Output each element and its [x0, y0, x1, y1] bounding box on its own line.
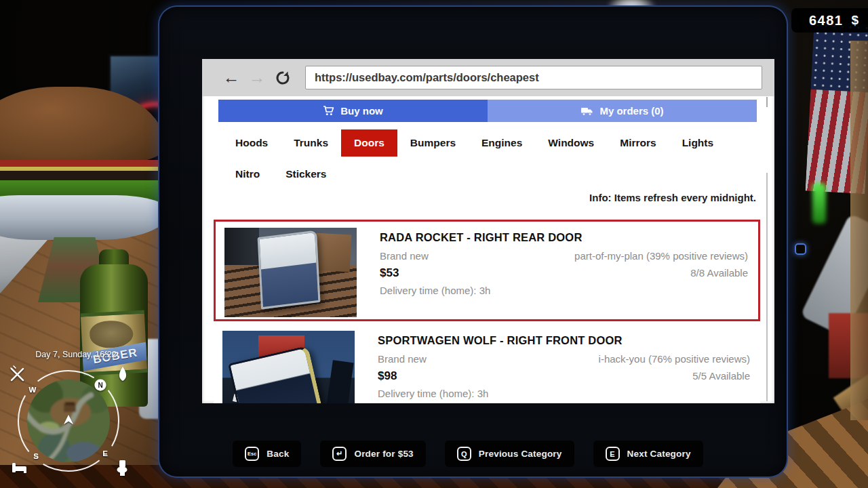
beaver-illustration — [89, 320, 134, 349]
back-arrow-icon[interactable]: ← — [221, 68, 241, 88]
item-availability: 8/8 Available — [690, 267, 748, 279]
item-title: SPORTWAGEN WOLF - RIGHT FRONT DOOR — [378, 334, 750, 347]
scrollbar[interactable] — [766, 97, 768, 107]
cart-icon — [323, 106, 334, 116]
photo-chair — [326, 360, 353, 403]
browser-toolbar: ← → — [202, 59, 774, 96]
item-details: SPORTWAGEN WOLF - RIGHT FRONT DOOR Brand… — [355, 331, 751, 403]
tablet-home-button[interactable] — [795, 243, 806, 255]
hotkey-back[interactable]: Esc Back — [233, 441, 301, 467]
thirst-icon — [119, 367, 126, 381]
tab-hoods[interactable]: Hoods — [222, 129, 281, 157]
item-photo — [224, 228, 357, 317]
item-delivery: Delivery time (home): 3h — [380, 285, 748, 296]
tab-stickers[interactable]: Stickers — [273, 161, 339, 188]
buy-now-label: Buy now — [340, 105, 383, 117]
tab-row-2: Nitro Stickers — [222, 159, 754, 190]
e-key-icon: E — [606, 447, 620, 461]
item-condition: Brand new — [380, 250, 429, 262]
game-datetime: Day 7, Sunday, 16:22 — [35, 350, 116, 359]
hotkey-order[interactable]: ↵ Order for $53 — [320, 441, 425, 467]
hotkey-label: Order for $53 — [354, 449, 413, 459]
item-price: $53 — [380, 266, 399, 280]
tab-mirrors[interactable]: Mirrors — [607, 129, 669, 157]
hotkey-previous-category[interactable]: Q Previous Category — [445, 441, 574, 467]
item-price: $98 — [378, 369, 397, 383]
game-screen: BÓBER ← → — [0, 0, 868, 488]
item-title: RADA ROCKET - RIGHT REAR DOOR — [380, 231, 748, 244]
tab-bumpers[interactable]: Bumpers — [397, 129, 469, 157]
photo-board — [313, 233, 351, 272]
shop-nav: Buy now My orders (0) — [218, 100, 757, 122]
wood-post-prop — [850, 41, 868, 420]
sleep-icon — [12, 463, 26, 473]
buy-now-button[interactable]: Buy now — [218, 100, 488, 122]
url-bar[interactable] — [305, 66, 762, 89]
hotkey-bar: Esc Back ↵ Order for $53 Q Previous Cate… — [233, 441, 703, 467]
money-counter: 6481 $ — [791, 8, 868, 33]
toilet-icon — [117, 460, 127, 476]
burger-prop — [0, 87, 170, 268]
item-availability: 5/5 Available — [692, 370, 750, 382]
tab-nitro[interactable]: Nitro — [222, 161, 273, 188]
esc-key-icon: Esc — [245, 447, 259, 461]
tab-doors[interactable]: Doors — [341, 129, 397, 157]
item-photo — [222, 331, 355, 403]
scrollbar[interactable] — [766, 173, 768, 401]
burger-bun-bottom — [0, 195, 170, 240]
hotkey-label: Back — [267, 449, 289, 459]
hotkey-label: Previous Category — [479, 449, 562, 459]
tab-trunks[interactable]: Trunks — [281, 129, 341, 157]
q-key-icon: Q — [457, 447, 471, 461]
tab-row-1: Hoods Trunks Doors Bumpers Engines Windo… — [222, 127, 754, 159]
my-orders-button[interactable]: My orders (0) — [488, 100, 757, 122]
compass-east: E — [102, 449, 108, 458]
enter-key-icon: ↵ — [332, 447, 347, 461]
tab-windows[interactable]: Windows — [535, 129, 607, 157]
compass-south: S — [33, 452, 39, 460]
dollar-icon: $ — [851, 13, 859, 28]
hunger-icon — [11, 366, 23, 380]
hotkey-next-category[interactable]: E Next Category — [593, 441, 703, 467]
item-listing-rada-rocket[interactable]: RADA ROCKET - RIGHT REAR DOOR Brand new … — [214, 220, 760, 321]
money-value: 6481 — [809, 13, 844, 28]
refresh-info-text: Info: Items refresh every midnight. — [589, 192, 756, 203]
photo-car-door — [257, 230, 320, 309]
photo-car-door — [228, 346, 323, 403]
hotkey-label: Next Category — [627, 449, 691, 459]
browser-screen: ← → Buy now — [202, 59, 774, 403]
compass-north: N — [98, 382, 102, 389]
burger-bun-top — [0, 87, 165, 167]
item-delivery: Delivery time (home): 3h — [378, 388, 750, 399]
green-neon-prop — [812, 183, 826, 224]
my-orders-label: My orders (0) — [599, 105, 663, 117]
compass-west: W — [29, 386, 37, 394]
item-listing-sportwagen-wolf[interactable]: SPORTWAGEN WOLF - RIGHT FRONT DOOR Brand… — [214, 325, 760, 403]
item-seller: part-of-my-plan (39% positive reviews) — [574, 250, 748, 262]
refresh-icon[interactable] — [273, 68, 293, 88]
item-condition: Brand new — [378, 353, 427, 365]
tab-lights[interactable]: Lights — [669, 129, 727, 157]
forward-arrow-icon[interactable]: → — [247, 68, 267, 88]
truck-icon — [580, 106, 593, 116]
tablet-device: ← → Buy now — [158, 5, 788, 478]
category-tabs: Hoods Trunks Doors Bumpers Engines Windo… — [222, 127, 754, 190]
item-details: RADA ROCKET - RIGHT REAR DOOR Brand new … — [357, 228, 749, 313]
tab-engines[interactable]: Engines — [469, 129, 535, 157]
item-seller: i-hack-you (76% positive reviews) — [599, 353, 750, 365]
minimap-hud: Day 7, Sunday, 16:22 — [8, 348, 134, 487]
